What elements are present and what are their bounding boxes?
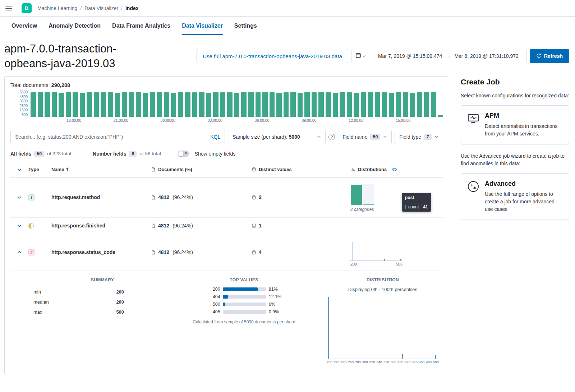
doc-count-yaxis: 55004500350025001500500 [10,92,28,117]
top-values-heading: TOP VALUES [230,277,258,282]
tab-data-frame-analytics[interactable]: Data Frame Analytics [112,17,170,35]
breadcrumb-current: Index [125,5,139,11]
distinct-values-count: 2 [259,194,262,200]
menu-icon[interactable] [0,0,17,16]
search-box: KQL [10,130,225,144]
show-empty-fields-toggle[interactable]: ✕ [178,151,189,157]
tab-settings[interactable]: Settings [234,17,257,35]
document-icon [151,167,156,172]
column-header-distinct[interactable]: Distinct values [252,167,350,172]
column-header-distributions[interactable]: Distributions [350,167,443,172]
tab-anomaly-detection[interactable]: Anomaly Detection [49,17,101,35]
document-count-chart: 55004500350025001500500 18:00:0021:00:00… [10,92,443,125]
apm-job-card[interactable]: APM Detect anomalies in transactions fro… [461,105,569,144]
category-distribution-chart[interactable] [351,184,374,205]
date-picker: Mar 7, 2019 @ 15:15:09.474 → Mar 8, 2019… [351,49,527,63]
category-bar-hover [363,184,374,205]
database-icon [252,167,256,172]
table-header-row: Type Name Documents (%) Distinc [10,163,443,177]
distribution-xaxis: 2002202402602803003203403603804004204404… [327,360,439,364]
distribution-spike [353,242,353,260]
tab-data-visualizer[interactable]: Data Visualizer [182,17,223,35]
help-icon[interactable]: ? [328,134,335,140]
advanced-job-icon [467,180,480,213]
calendar-icon [355,52,361,60]
document-icon [151,250,156,255]
page-title: apm-7.0.0-transaction-opbeans-java-2019.… [4,42,159,71]
chevron-down-icon[interactable] [15,193,23,201]
calendar-dropdown[interactable] [351,49,370,63]
refresh-button[interactable]: Refresh [530,49,569,63]
expand-all-chevron-icon[interactable] [15,166,23,174]
chevron-down-icon [383,135,387,139]
fields-summary-row: All fields 50 of 323 total Number fields… [10,151,443,157]
start-date[interactable]: Mar 7, 2019 @ 15:15:09.474 [378,53,442,59]
chevron-down-icon [362,54,366,58]
data-visualizer-panel: Total documents: 290,208 550045003500250… [4,76,449,375]
database-icon [252,223,256,228]
apm-card-desc: Detect anomalies in transactions from yo… [485,123,563,138]
field-name-filter[interactable]: Field name 50 [338,130,392,144]
field-type-text-icon: t [28,194,34,200]
app-logo[interactable]: D [22,3,32,13]
chevron-up-icon[interactable] [15,248,23,256]
distinct-values-count: 4 [259,249,262,255]
arrow-right-icon: → [446,53,451,59]
distribution-subtitle: Displaying 0th - 100th percentiles [348,287,417,292]
field-type-filter[interactable]: Field type 7 [395,130,443,144]
document-icon [151,195,156,200]
tab-overview[interactable]: Overview [12,17,37,35]
sort-ascending-icon [65,167,69,171]
advanced-card-desc: Use the full range of options to create … [485,190,563,213]
advanced-card-title: Advanced [485,180,563,188]
categories-caption: 2 categories [350,207,374,212]
doc-count-xaxis: 18:00:0021:00:0000:00:0003:00:0006:00:00… [31,118,443,125]
show-empty-fields-label: Show empty fields [195,151,236,157]
use-full-data-button[interactable]: Use full apm-7.0.0-transaction-opbeans-j… [197,49,348,63]
advanced-job-card[interactable]: Advanced Use the full range of options t… [461,173,569,220]
apm-card-title: APM [485,112,563,120]
breadcrumb-item[interactable]: Data Visualizer [84,5,118,11]
chevron-down-icon [317,135,321,139]
fields-table: Type Name Documents (%) Distinc [10,163,443,369]
documents-count: 4812 [158,223,169,229]
sample-size-select[interactable]: Sample size (per shard): 5000 [228,130,326,144]
database-icon [252,195,256,200]
ml-nav-tabs: Overview Anomaly Detection Data Frame An… [0,17,575,35]
number-fields-count-badge: 8 [129,151,137,157]
create-job-intro: Select known configurations for recogniz… [461,92,569,100]
doc-count-bars [31,92,443,117]
column-header-type[interactable]: Type [28,167,51,172]
document-icon [151,223,156,228]
breadcrumb: Machine Learning / Data Visualizer / Ind… [37,5,139,11]
numeric-distribution-chart[interactable]: 200 506 [350,239,402,266]
summary-table: min200median200max500 [31,287,174,317]
top-values-list: 20081%40412.1%5006%4050.9% [207,287,281,314]
search-input[interactable] [15,134,207,140]
breadcrumb-item[interactable]: Machine Learning [37,5,77,11]
kql-button[interactable]: KQL [210,134,220,140]
top-bar: D Machine Learning / Data Visualizer / I… [0,0,575,17]
column-header-name[interactable]: Name [51,167,151,172]
field-type-number-icon: # [28,249,34,255]
table-row: # http.response.status_code 4812 (96.24%… [10,234,443,271]
page-header: apm-7.0.0-transaction-opbeans-java-2019.… [0,35,575,76]
documents-pct: (96.24%) [172,223,193,229]
summary-heading: SUMMARY [31,277,174,282]
field-name: http.response.finished [51,223,151,229]
header-controls: Use full apm-7.0.0-transaction-opbeans-j… [197,49,569,63]
total-documents-value: 290,208 [51,82,70,88]
total-documents: Total documents: 290,208 [10,82,443,88]
distribution-heading: DISTRIBUTION [367,277,399,282]
documents-count: 4812 [158,194,169,200]
chevron-down-icon[interactable] [15,222,23,230]
table-row: http.response.finished 4812 (96.24%) 1 [10,218,443,234]
eye-icon[interactable] [392,167,397,172]
create-job-sidebar: Create Job Select known configurations f… [461,76,569,375]
end-date[interactable]: Mar 8, 2019 @ 17:31:10.972 [454,53,518,59]
column-header-documents[interactable]: Documents (%) [151,167,252,172]
distribution-chart [328,297,438,359]
database-icon [252,250,256,255]
documents-count: 4812 [158,249,169,255]
field-name-count-badge: 50 [370,134,380,140]
